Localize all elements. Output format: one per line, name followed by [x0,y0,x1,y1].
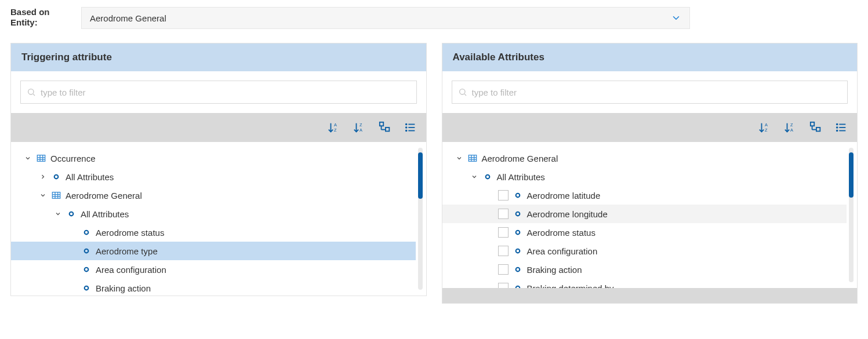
scrollbar-thumb[interactable] [418,152,423,199]
scrollbar[interactable] [418,148,423,290]
tree-row-label: Aerodrome latitude [527,191,601,201]
tree-row[interactable]: All Attributes [442,167,847,186]
svg-point-12 [405,124,406,125]
tree-row-label: Aerodrome type [96,246,158,256]
ring-icon [513,192,522,198]
scrollbar-thumb[interactable] [849,152,854,198]
checkbox[interactable] [498,264,509,275]
svg-text:Z: Z [334,127,337,133]
tree-toolbar: AZ ZA [442,113,858,142]
svg-line-1 [33,94,35,96]
tree-row[interactable]: Braking determined by [442,279,847,288]
checkbox[interactable] [498,209,509,219]
tree-row[interactable]: Aerodrome status [442,223,847,242]
chevron-down-icon[interactable] [24,155,32,162]
tree-row[interactable]: Occurrence [11,149,416,167]
list-view-button[interactable] [834,120,849,135]
search-icon [27,88,36,97]
svg-text:Z: Z [790,122,793,127]
filter-input-wrapper [20,81,417,104]
checkbox[interactable] [498,227,509,238]
tree-row[interactable]: Aerodrome type [11,242,416,260]
chevron-down-icon[interactable] [54,210,62,217]
expand-tree-button[interactable] [377,120,393,135]
tree-row[interactable]: Area configuration [11,260,416,279]
tree-row-label: Aerodrome status [527,228,595,238]
filter-input[interactable] [41,88,411,97]
checkbox[interactable] [498,283,509,288]
scrollbar[interactable] [849,148,854,282]
entity-select[interactable]: Aerodrome General [81,7,690,29]
svg-point-16 [405,130,406,132]
svg-point-61 [515,249,520,253]
expand-tree-button[interactable] [808,120,823,135]
table-icon [37,154,46,162]
ring-icon [483,174,492,180]
svg-point-60 [515,231,520,235]
table-icon [52,191,61,199]
tree-row-label: All Attributes [66,172,114,182]
search-icon [458,88,467,97]
chevron-down-icon[interactable] [455,155,463,162]
ring-icon [82,285,91,291]
svg-point-23 [55,175,59,179]
chevron-right-icon[interactable] [39,173,47,180]
svg-text:Z: Z [765,127,768,133]
entity-label: Based on Entity: [10,7,63,28]
filter-input[interactable] [472,88,842,97]
ring-icon [52,174,61,180]
svg-rect-24 [52,192,60,199]
svg-text:Z: Z [359,122,362,127]
svg-rect-52 [468,155,476,162]
tree-row[interactable]: All Attributes [11,205,416,223]
chevron-down-icon [671,13,681,23]
sort-asc-button[interactable]: AZ [326,120,342,135]
tree-row[interactable]: Aerodrome longitude [442,205,847,223]
tree-row-label: Aerodrome longitude [527,209,608,219]
svg-point-33 [85,286,89,290]
sort-desc-button[interactable]: ZA [352,120,367,135]
tree-row-label: Occurrence [50,154,96,163]
ring-icon [513,229,522,235]
panel-title: Available Attributes [442,43,858,71]
ring-icon [82,229,91,235]
tree-right[interactable]: Aerodrome GeneralAll AttributesAerodrome… [442,142,847,288]
list-view-button[interactable] [403,120,418,135]
svg-point-57 [485,175,489,179]
checkbox[interactable] [498,246,509,256]
svg-point-31 [85,249,89,253]
entity-select-value: Aerodrome General [90,13,166,23]
checkbox[interactable] [498,190,509,201]
tree-row[interactable]: Aerodrome status [11,223,416,242]
svg-point-62 [515,268,520,272]
tree-row-label: Braking action [96,283,151,293]
tree-row-label: Area configuration [96,265,166,275]
ring-icon [513,267,522,272]
svg-text:A: A [790,127,793,133]
svg-rect-43 [816,127,820,131]
tree-row[interactable]: Area configuration [442,242,847,260]
tree-row[interactable]: Aerodrome latitude [442,186,847,205]
panel-footer [442,288,858,303]
tree-row[interactable]: Aerodrome General [442,149,847,167]
tree-row-label: Aerodrome status [96,228,164,238]
svg-text:A: A [334,122,337,127]
svg-point-32 [85,268,89,272]
tree-row[interactable]: All Attributes [11,167,416,186]
tree-row[interactable]: Braking action [442,260,847,279]
svg-point-58 [515,194,520,198]
tree-row[interactable]: Aerodrome General [11,186,416,205]
svg-point-29 [70,212,74,216]
chevron-down-icon[interactable] [39,192,47,199]
chevron-down-icon[interactable] [470,173,478,180]
svg-point-0 [28,89,34,94]
ring-icon [513,285,522,288]
tree-left[interactable]: OccurrenceAll AttributesAerodrome Genera… [11,142,416,296]
tree-row[interactable]: Braking action [11,279,416,296]
svg-point-48 [837,127,838,128]
svg-rect-8 [379,122,383,126]
sort-desc-button[interactable]: ZA [783,120,798,135]
sort-asc-button[interactable]: AZ [757,120,772,135]
tree-row-label: All Attributes [497,172,545,182]
filter-input-wrapper [452,81,848,104]
